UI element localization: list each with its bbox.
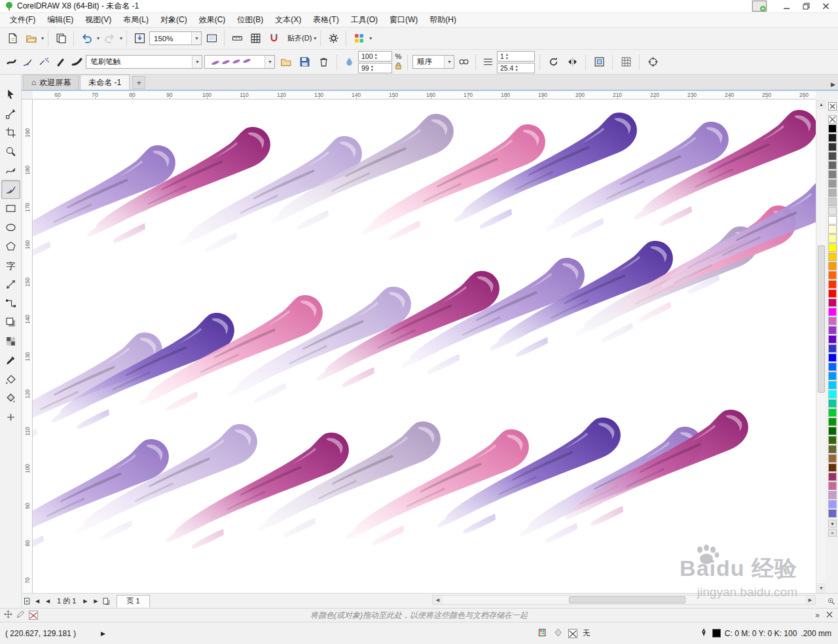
color-swatch[interactable]	[828, 115, 837, 124]
color-swatch[interactable]	[828, 363, 837, 371]
document-palette-icon[interactable]	[538, 628, 548, 639]
pressure-mode-icon[interactable]	[69, 54, 84, 71]
scroll-down-icon[interactable]: ▼	[816, 583, 826, 593]
transparency-field[interactable]: 99 ▴▾	[358, 63, 392, 73]
ellipse-tool[interactable]	[1, 218, 20, 237]
artistic-media-tool[interactable]	[1, 180, 20, 199]
restore-button[interactable]	[796, 0, 816, 12]
last-page-icon[interactable]: ▶	[90, 595, 101, 607]
brush-category-combo[interactable]: 笔刷笔触 ▾	[86, 55, 202, 69]
horizontal-scrollbar[interactable]: ◀ ▶	[432, 595, 816, 605]
vertical-scroll-thumb[interactable]	[818, 245, 825, 393]
color-swatch[interactable]	[828, 335, 837, 344]
redo-caret-icon[interactable]: ▾	[120, 35, 122, 41]
brush-stroke-combo[interactable]: ▾	[204, 55, 275, 69]
next-page-icon[interactable]: ▶	[80, 595, 90, 607]
drawing-canvas[interactable]	[33, 99, 816, 593]
color-swatch[interactable]	[828, 298, 837, 307]
color-swatch[interactable]	[828, 216, 837, 224]
page-list-icon[interactable]	[101, 595, 111, 607]
color-swatch[interactable]	[828, 234, 837, 243]
no-color-swatch[interactable]	[828, 102, 837, 111]
spin-down-icon[interactable]: ▾	[371, 68, 373, 72]
undo-caret-icon[interactable]: ▾	[97, 35, 100, 41]
minimize-button[interactable]	[776, 0, 796, 12]
horizontal-ruler[interactable]: 毫米 6070809010011012013014015016017018019…	[33, 91, 816, 99]
color-drop-slot[interactable]	[29, 611, 38, 620]
menu-item-3[interactable]: 布局(L)	[117, 12, 155, 27]
color-swatch[interactable]	[828, 289, 837, 298]
smart-fill-tool[interactable]	[1, 389, 20, 408]
color-swatch[interactable]	[828, 509, 837, 518]
color-swatch[interactable]	[828, 482, 837, 490]
zoom-fit-icon[interactable]	[826, 595, 837, 607]
color-swatch[interactable]	[828, 372, 837, 380]
menu-item-4[interactable]: 对象(C)	[155, 12, 193, 27]
color-swatch[interactable]	[828, 500, 837, 509]
color-swatch[interactable]	[828, 445, 837, 454]
palette-flyout-icon[interactable]: »	[828, 529, 837, 537]
snap-caret-icon[interactable]: ▾	[314, 35, 316, 41]
menu-item-7[interactable]: 文本(X)	[269, 12, 307, 27]
color-swatch[interactable]	[828, 326, 837, 334]
shape-tool[interactable]	[1, 104, 20, 123]
color-swatch[interactable]	[828, 134, 837, 142]
page-tab[interactable]: 页 1	[117, 595, 149, 607]
border-offset-icon[interactable]	[591, 54, 608, 71]
color-swatch[interactable]	[828, 170, 837, 179]
snap-magnet-icon[interactable]	[265, 30, 282, 47]
launcher-caret-icon[interactable]: ▾	[369, 35, 372, 41]
paste-icon[interactable]	[52, 30, 69, 47]
browse-folder-icon[interactable]	[277, 54, 294, 71]
application-launcher-icon[interactable]	[350, 30, 367, 47]
color-swatch[interactable]	[828, 271, 837, 279]
save-stroke-icon[interactable]	[296, 54, 313, 71]
snap-to-dropdown[interactable]: 贴齐(D)	[287, 33, 312, 43]
color-swatch[interactable]	[828, 280, 837, 289]
color-swatch[interactable]	[828, 463, 837, 472]
add-page-icon[interactable]	[22, 595, 32, 607]
stroke-width-field[interactable]: 25.4 ▴▾	[497, 63, 535, 73]
link-strokes-icon[interactable]	[456, 54, 471, 71]
zoom-level-combo[interactable]: 150% ▾	[149, 31, 202, 45]
tab-welcome-screen[interactable]: ⌂ 欢迎屏幕	[23, 75, 79, 90]
color-swatch[interactable]	[828, 143, 837, 151]
color-swatch[interactable]	[828, 225, 837, 234]
new-document-icon[interactable]	[4, 30, 21, 47]
tab-document[interactable]: 未命名 -1	[80, 75, 130, 90]
menu-item-5[interactable]: 效果(C)	[193, 12, 232, 27]
tab-scroll-right-icon[interactable]: ▶	[831, 81, 835, 88]
sprayer-mode-icon[interactable]	[37, 54, 51, 71]
menu-item-0[interactable]: 文件(F)	[4, 12, 41, 27]
color-swatch[interactable]	[828, 161, 837, 170]
first-page-icon[interactable]: ◀	[32, 595, 43, 607]
color-swatch[interactable]	[828, 436, 837, 444]
options-gear-icon[interactable]	[325, 30, 342, 47]
spin-down-icon[interactable]: ▾	[515, 68, 517, 72]
color-swatch[interactable]	[828, 243, 837, 252]
interactive-fill-tool[interactable]	[1, 370, 20, 389]
eyedropper-tool[interactable]	[1, 351, 20, 370]
show-grid-icon[interactable]	[247, 30, 264, 47]
menu-item-11[interactable]: 帮助(H)	[424, 12, 462, 27]
color-swatch[interactable]	[828, 381, 837, 389]
menu-item-10[interactable]: 窗口(W)	[384, 12, 424, 27]
color-swatch[interactable]	[828, 344, 837, 353]
drop-shadow-tool[interactable]	[1, 313, 20, 332]
color-swatch[interactable]	[828, 308, 837, 316]
new-tab-button[interactable]: +	[132, 76, 145, 89]
mirror-icon[interactable]	[564, 54, 581, 71]
status-expand-icon[interactable]: ▶	[101, 630, 105, 637]
brush-mode-icon[interactable]	[20, 54, 35, 71]
color-swatch[interactable]	[828, 473, 837, 481]
fullscreen-preview-icon[interactable]	[203, 30, 220, 47]
color-swatch[interactable]	[828, 179, 837, 188]
color-swatch[interactable]	[828, 188, 837, 197]
menu-item-6[interactable]: 位图(B)	[231, 12, 269, 27]
color-swatch[interactable]	[828, 399, 837, 408]
account-icon[interactable]	[752, 0, 767, 12]
smoothing-field[interactable]: 100 ▴▾	[358, 51, 392, 62]
rectangle-tool[interactable]	[1, 199, 20, 218]
color-swatch[interactable]	[828, 408, 837, 417]
calligraphic-mode-icon[interactable]	[53, 54, 67, 71]
